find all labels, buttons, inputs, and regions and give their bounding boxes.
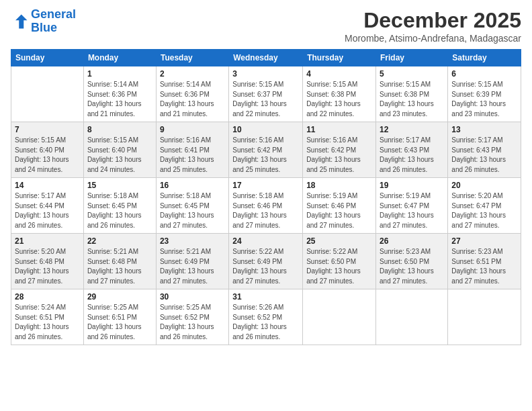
table-row: 6Sunrise: 5:15 AM Sunset: 6:39 PM Daylig… <box>448 66 521 122</box>
day-info: Sunrise: 5:23 AM Sunset: 6:51 PM Dayligh… <box>451 247 517 286</box>
day-info: Sunrise: 5:14 AM Sunset: 6:36 PM Dayligh… <box>160 80 225 119</box>
day-number: 9 <box>160 125 225 134</box>
logo-icon <box>11 12 30 31</box>
col-sunday: Sunday <box>11 50 84 66</box>
day-info: Sunrise: 5:17 AM Sunset: 6:43 PM Dayligh… <box>380 136 444 175</box>
table-row: 20Sunrise: 5:20 AM Sunset: 6:47 PM Dayli… <box>448 178 521 234</box>
col-wednesday: Wednesday <box>229 50 303 66</box>
table-row: 10Sunrise: 5:16 AM Sunset: 6:42 PM Dayli… <box>229 122 303 178</box>
day-info: Sunrise: 5:22 AM Sunset: 6:49 PM Dayligh… <box>232 247 299 286</box>
day-info: Sunrise: 5:17 AM Sunset: 6:44 PM Dayligh… <box>15 191 80 230</box>
logo: General Blue <box>11 8 76 35</box>
table-row: 19Sunrise: 5:19 AM Sunset: 6:47 PM Dayli… <box>376 178 448 234</box>
logo-text-line1: General <box>31 8 76 21</box>
day-info: Sunrise: 5:18 AM Sunset: 6:46 PM Dayligh… <box>232 191 299 230</box>
day-number: 8 <box>87 125 152 134</box>
day-number: 14 <box>15 181 80 190</box>
table-row: 14Sunrise: 5:17 AM Sunset: 6:44 PM Dayli… <box>11 178 84 234</box>
table-row: 9Sunrise: 5:16 AM Sunset: 6:41 PM Daylig… <box>156 122 228 178</box>
day-number: 28 <box>15 292 80 302</box>
day-number: 23 <box>160 236 225 246</box>
table-row: 8Sunrise: 5:15 AM Sunset: 6:40 PM Daylig… <box>83 122 156 178</box>
day-info: Sunrise: 5:14 AM Sunset: 6:36 PM Dayligh… <box>87 80 152 119</box>
day-info: Sunrise: 5:18 AM Sunset: 6:45 PM Dayligh… <box>160 191 225 230</box>
day-number: 19 <box>380 181 444 190</box>
day-number: 25 <box>306 236 372 246</box>
table-row <box>11 66 84 122</box>
col-monday: Monday <box>83 50 156 66</box>
day-info: Sunrise: 5:17 AM Sunset: 6:43 PM Dayligh… <box>451 136 517 175</box>
day-number: 5 <box>380 69 444 79</box>
day-number: 4 <box>306 69 372 79</box>
table-row: 16Sunrise: 5:18 AM Sunset: 6:45 PM Dayli… <box>156 178 228 234</box>
table-row <box>448 289 521 345</box>
table-row: 30Sunrise: 5:25 AM Sunset: 6:52 PM Dayli… <box>156 289 228 345</box>
day-number: 15 <box>87 181 152 190</box>
table-row: 18Sunrise: 5:19 AM Sunset: 6:46 PM Dayli… <box>303 178 376 234</box>
day-number: 1 <box>87 69 152 79</box>
day-info: Sunrise: 5:15 AM Sunset: 6:38 PM Dayligh… <box>380 80 444 119</box>
day-info: Sunrise: 5:23 AM Sunset: 6:50 PM Dayligh… <box>380 247 444 286</box>
day-number: 7 <box>15 125 80 134</box>
calendar-header-row: Sunday Monday Tuesday Wednesday Thursday… <box>11 50 521 66</box>
day-info: Sunrise: 5:15 AM Sunset: 6:37 PM Dayligh… <box>232 80 299 119</box>
col-saturday: Saturday <box>448 50 521 66</box>
day-number: 18 <box>306 181 372 190</box>
table-row: 26Sunrise: 5:23 AM Sunset: 6:50 PM Dayli… <box>376 234 448 289</box>
day-number: 10 <box>232 125 299 134</box>
logo-text-line2: Blue <box>31 21 76 35</box>
day-number: 27 <box>451 236 517 246</box>
table-row <box>376 289 448 345</box>
table-row: 31Sunrise: 5:26 AM Sunset: 6:52 PM Dayli… <box>229 289 303 345</box>
day-number: 30 <box>160 292 225 302</box>
table-row: 2Sunrise: 5:14 AM Sunset: 6:36 PM Daylig… <box>156 66 228 122</box>
day-info: Sunrise: 5:19 AM Sunset: 6:46 PM Dayligh… <box>306 191 372 230</box>
day-number: 20 <box>451 181 517 190</box>
day-info: Sunrise: 5:22 AM Sunset: 6:50 PM Dayligh… <box>306 247 372 286</box>
day-info: Sunrise: 5:20 AM Sunset: 6:47 PM Dayligh… <box>451 191 517 230</box>
day-info: Sunrise: 5:25 AM Sunset: 6:51 PM Dayligh… <box>87 303 152 342</box>
day-number: 2 <box>160 69 225 79</box>
table-row: 1Sunrise: 5:14 AM Sunset: 6:36 PM Daylig… <box>83 66 156 122</box>
col-thursday: Thursday <box>303 50 376 66</box>
col-tuesday: Tuesday <box>156 50 228 66</box>
day-info: Sunrise: 5:15 AM Sunset: 6:38 PM Dayligh… <box>306 80 372 119</box>
table-row: 5Sunrise: 5:15 AM Sunset: 6:38 PM Daylig… <box>376 66 448 122</box>
table-row: 27Sunrise: 5:23 AM Sunset: 6:51 PM Dayli… <box>448 234 521 289</box>
table-row: 4Sunrise: 5:15 AM Sunset: 6:38 PM Daylig… <box>303 66 376 122</box>
table-row: 7Sunrise: 5:15 AM Sunset: 6:40 PM Daylig… <box>11 122 84 178</box>
day-number: 13 <box>451 125 517 134</box>
day-info: Sunrise: 5:15 AM Sunset: 6:39 PM Dayligh… <box>451 80 517 119</box>
day-number: 17 <box>232 181 299 190</box>
day-number: 11 <box>306 125 372 134</box>
day-info: Sunrise: 5:21 AM Sunset: 6:48 PM Dayligh… <box>87 247 152 286</box>
table-row: 11Sunrise: 5:16 AM Sunset: 6:42 PM Dayli… <box>303 122 376 178</box>
table-row <box>303 289 376 345</box>
table-row: 28Sunrise: 5:24 AM Sunset: 6:51 PM Dayli… <box>11 289 84 345</box>
day-info: Sunrise: 5:15 AM Sunset: 6:40 PM Dayligh… <box>87 136 152 175</box>
day-info: Sunrise: 5:16 AM Sunset: 6:41 PM Dayligh… <box>160 136 225 175</box>
table-row: 12Sunrise: 5:17 AM Sunset: 6:43 PM Dayli… <box>376 122 448 178</box>
day-number: 3 <box>232 69 299 79</box>
table-row: 23Sunrise: 5:21 AM Sunset: 6:49 PM Dayli… <box>156 234 228 289</box>
table-row: 29Sunrise: 5:25 AM Sunset: 6:51 PM Dayli… <box>83 289 156 345</box>
calendar-week-row: 14Sunrise: 5:17 AM Sunset: 6:44 PM Dayli… <box>11 178 521 234</box>
day-info: Sunrise: 5:24 AM Sunset: 6:51 PM Dayligh… <box>15 303 80 342</box>
day-number: 6 <box>451 69 517 79</box>
day-number: 24 <box>232 236 299 246</box>
month-title: December 2025 <box>345 8 521 33</box>
day-number: 21 <box>15 236 80 246</box>
day-info: Sunrise: 5:19 AM Sunset: 6:47 PM Dayligh… <box>380 191 444 230</box>
day-info: Sunrise: 5:16 AM Sunset: 6:42 PM Dayligh… <box>306 136 372 175</box>
title-block: December 2025 Morombe, Atsimo-Andrefana,… <box>345 8 521 44</box>
calendar-week-row: 7Sunrise: 5:15 AM Sunset: 6:40 PM Daylig… <box>11 122 521 178</box>
table-row: 22Sunrise: 5:21 AM Sunset: 6:48 PM Dayli… <box>83 234 156 289</box>
day-number: 31 <box>232 292 299 302</box>
table-row: 17Sunrise: 5:18 AM Sunset: 6:46 PM Dayli… <box>229 178 303 234</box>
day-number: 22 <box>87 236 152 246</box>
calendar-week-row: 1Sunrise: 5:14 AM Sunset: 6:36 PM Daylig… <box>11 66 521 122</box>
calendar-table: Sunday Monday Tuesday Wednesday Thursday… <box>11 49 521 345</box>
table-row: 24Sunrise: 5:22 AM Sunset: 6:49 PM Dayli… <box>229 234 303 289</box>
calendar-week-row: 21Sunrise: 5:20 AM Sunset: 6:48 PM Dayli… <box>11 234 521 289</box>
day-info: Sunrise: 5:18 AM Sunset: 6:45 PM Dayligh… <box>87 191 152 230</box>
